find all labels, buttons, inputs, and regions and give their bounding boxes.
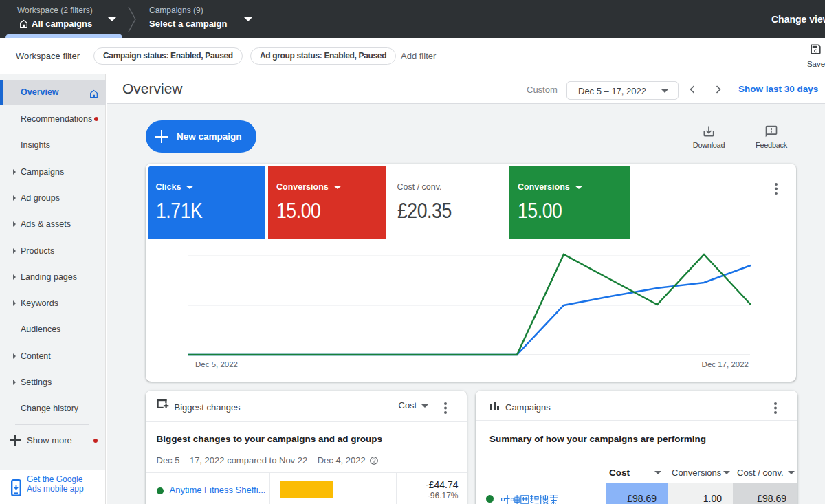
svg-text:Dec 5, 2022: Dec 5, 2022	[195, 360, 238, 369]
svg-text:Dec 17, 2022: Dec 17, 2022	[701, 360, 748, 369]
